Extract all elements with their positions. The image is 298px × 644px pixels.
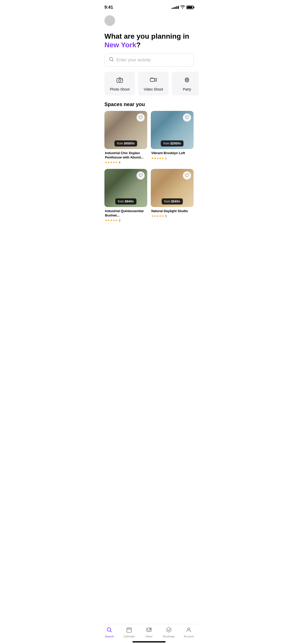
price-badge-brooklyn: from $200/hr (161, 140, 183, 147)
wifi-icon (180, 5, 185, 10)
stars-industrial: ★★★★★ (105, 219, 118, 222)
search-bar[interactable]: Enter your activity (104, 53, 194, 67)
svg-line-1 (112, 60, 113, 61)
price-badge-duplex: from $450/hr (114, 140, 137, 147)
space-rating-duplex: ★★★★★ 4 (105, 161, 147, 164)
price-amount-duplex: $450/hr (124, 142, 135, 145)
disco-icon (183, 76, 191, 85)
price-prefix-daylight: from (164, 200, 171, 203)
stars-brooklyn: ★★★★★ (151, 157, 164, 160)
category-label-party: Party (183, 87, 191, 91)
space-image-industrial: from $94/hr (104, 169, 147, 207)
svg-line-13 (185, 79, 186, 79)
search-input-placeholder[interactable]: Enter your activity (116, 57, 151, 63)
price-amount-industrial: $94/hr (125, 200, 134, 203)
svg-rect-4 (121, 79, 122, 80)
spaces-grid: from $450/hr Industrial Chic Duplex Pent… (99, 111, 199, 223)
price-amount-brooklyn: $200/hr (170, 142, 181, 145)
category-card-party[interactable]: Party (172, 72, 199, 95)
favorite-button-industrial[interactable] (137, 171, 145, 180)
svg-point-3 (119, 79, 121, 82)
space-name-brooklyn: Vibrant Brooklyn Loft (151, 151, 193, 155)
video-icon (150, 76, 157, 85)
space-name-daylight: Natural Daylight Studio (151, 209, 193, 213)
category-card-video-shoot[interactable]: Video Shoot (138, 72, 169, 95)
categories-scroll: Photo Shoot Video Shoot Party (99, 72, 199, 101)
camera-icon (116, 76, 123, 85)
space-rating-industrial: ★★★★★ 3 (105, 219, 147, 222)
space-image-daylight: from $54/hr (151, 169, 194, 207)
space-card-brooklyn[interactable]: from $200/hr Vibrant Brooklyn Loft ★★★★★… (151, 111, 194, 165)
price-badge-daylight: from $54/hr (162, 198, 183, 204)
heading-line1: What are you planning in (104, 32, 194, 41)
spaces-section-title: Spaces near you (99, 101, 199, 111)
status-icons (172, 5, 194, 10)
price-prefix-duplex: from (117, 142, 124, 145)
signal-bars-icon (172, 6, 179, 9)
stars-duplex: ★★★★★ (105, 161, 118, 164)
space-card-daylight[interactable]: from $54/hr Natural Daylight Studio ★★★★… (151, 169, 194, 223)
space-rating-brooklyn: ★★★★★ 1 (151, 156, 193, 160)
category-card-photo-shoot[interactable]: Photo Shoot (104, 72, 135, 95)
svg-line-12 (186, 78, 186, 78)
space-name-duplex: Industrial Chic Duplex Penthouse with Ab… (105, 151, 147, 160)
favorite-button-brooklyn[interactable] (183, 113, 191, 122)
space-info-brooklyn: Vibrant Brooklyn Loft ★★★★★ 1 (151, 149, 194, 161)
price-prefix-industrial: from (118, 200, 125, 203)
space-info-duplex: Industrial Chic Duplex Penthouse with Ab… (104, 149, 147, 165)
space-info-industrial: Industrial Quintessential Bushwi... ★★★★… (104, 207, 147, 223)
space-image-brooklyn: from $200/hr (151, 111, 194, 149)
svg-rect-5 (150, 78, 155, 81)
avatar-container (99, 13, 199, 26)
space-card-industrial[interactable]: from $94/hr Industrial Quintessential Bu… (104, 169, 147, 223)
space-info-daylight: Natural Daylight Studio ★★★★★ 5 (151, 207, 194, 219)
city-name: New York (104, 41, 136, 49)
heading-line2: New York? (104, 41, 194, 49)
heading-section: What are you planning in New York? (99, 26, 199, 53)
avatar[interactable] (104, 15, 115, 26)
review-count-daylight: 5 (165, 214, 167, 218)
price-amount-daylight: $54/hr (171, 200, 180, 203)
space-name-industrial: Industrial Quintessential Bushwi... (105, 209, 147, 218)
favorite-button-daylight[interactable] (183, 171, 191, 180)
favorite-button-duplex[interactable] (137, 113, 145, 122)
svg-line-11 (188, 79, 189, 79)
price-badge-industrial: from $94/hr (115, 198, 137, 204)
status-time: 9:41 (104, 5, 113, 10)
battery-icon (186, 6, 194, 9)
review-count-brooklyn: 1 (165, 156, 167, 160)
review-count-duplex: 4 (119, 161, 120, 164)
status-bar: 9:41 (99, 0, 199, 13)
stars-daylight: ★★★★★ (151, 214, 164, 218)
review-count-industrial: 3 (119, 219, 120, 222)
price-prefix-brooklyn: from (163, 142, 170, 145)
heading-punctuation: ? (136, 41, 141, 49)
svg-line-10 (188, 78, 188, 78)
search-container: Enter your activity (99, 53, 199, 72)
search-icon (109, 57, 114, 63)
category-label-photo-shoot: Photo Shoot (110, 87, 129, 91)
svg-rect-2 (117, 79, 123, 83)
space-image-duplex: from $450/hr (104, 111, 147, 149)
category-label-video-shoot: Video Shoot (144, 87, 163, 91)
space-card-duplex[interactable]: from $450/hr Industrial Chic Duplex Pent… (104, 111, 147, 165)
space-rating-daylight: ★★★★★ 5 (151, 214, 193, 218)
